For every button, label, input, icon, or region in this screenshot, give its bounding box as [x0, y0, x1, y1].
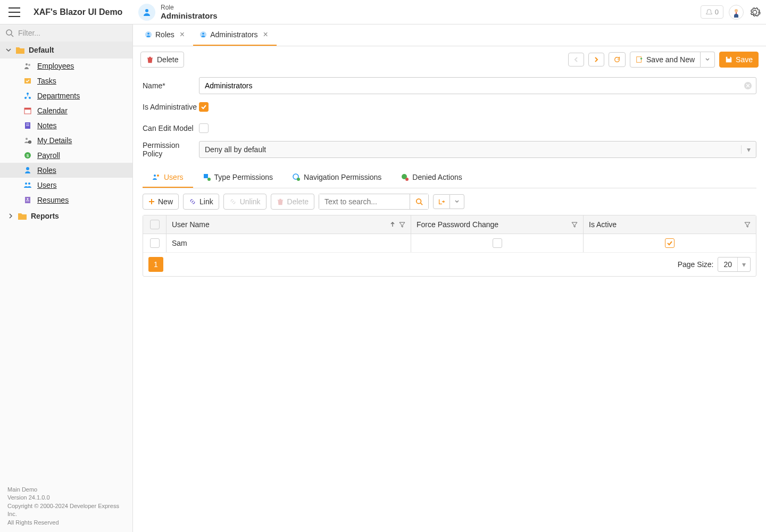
svg-point-25 [27, 198, 29, 200]
svg-point-22 [25, 182, 27, 185]
refresh-icon [613, 56, 621, 63]
unlink-icon [229, 198, 237, 205]
app-title: XAF's Blazor UI Demo [34, 7, 122, 17]
entity-name-label: Administrators [161, 11, 218, 20]
svg-point-0 [145, 9, 148, 12]
grid-search-button[interactable] [410, 194, 428, 209]
tab-close-icon[interactable]: × [261, 30, 270, 39]
tab-roles[interactable]: Roles × [138, 24, 193, 46]
page-size-label: Page Size: [678, 260, 714, 269]
nav-item-mydetails[interactable]: i My Details [0, 133, 132, 148]
role-icon [145, 31, 152, 38]
clear-input-icon[interactable] [744, 81, 752, 90]
svg-point-41 [417, 199, 421, 204]
type-perms-icon [203, 173, 211, 181]
policy-select[interactable]: Deny all by default ▾ [199, 141, 756, 158]
nav-item-notes[interactable]: Notes [0, 118, 132, 133]
notifications-button[interactable]: 0 [701, 5, 723, 19]
nav-filter-input[interactable] [18, 29, 127, 37]
filter-icon[interactable] [571, 221, 578, 228]
save-icon [725, 56, 732, 63]
new-button[interactable]: New [143, 194, 179, 210]
nav-group-default[interactable]: Default [0, 41, 132, 59]
refresh-button[interactable] [609, 52, 626, 67]
svg-point-36 [207, 178, 211, 181]
subtab-type-permissions[interactable]: Type Permissions [193, 168, 282, 188]
settings-gear-icon[interactable] [749, 6, 761, 18]
folder-icon [18, 212, 27, 220]
nav-item-tasks[interactable]: Tasks [0, 73, 132, 88]
nav-item-users[interactable]: Users [0, 178, 132, 193]
next-button[interactable] [588, 53, 604, 66]
grid-search-input[interactable] [319, 194, 410, 209]
subtab-nav-permissions[interactable]: Navigation Permissions [282, 168, 391, 188]
role-icon [138, 4, 155, 21]
name-input[interactable] [199, 77, 756, 94]
cell-username: Sam [172, 239, 187, 247]
filter-icon[interactable] [744, 221, 751, 228]
save-and-new-button[interactable]: Save and New [630, 52, 701, 68]
can-edit-checkbox[interactable] [199, 123, 209, 133]
user-avatar[interactable] [729, 5, 744, 20]
save-button[interactable]: Save [719, 52, 759, 68]
nav-group-reports[interactable]: Reports [0, 207, 132, 225]
plus-icon [148, 198, 155, 205]
nav-item-roles[interactable]: Roles [0, 163, 132, 178]
chevron-left-icon [573, 56, 579, 63]
filter-icon[interactable] [399, 221, 405, 228]
nav-item-departments[interactable]: Departments [0, 88, 132, 103]
svg-point-40 [405, 178, 409, 181]
table-row[interactable]: Sam [143, 234, 756, 253]
export-dropdown[interactable] [450, 194, 464, 209]
users-icon [23, 181, 32, 189]
tab-administrators[interactable]: Administrators × [193, 24, 277, 46]
nav-item-employees[interactable]: Employees [0, 59, 132, 73]
delete-button[interactable]: Delete [140, 52, 184, 68]
svg-text:i: i [29, 140, 30, 144]
page-size-select[interactable]: 20 ▾ [718, 257, 751, 272]
svg-point-3 [6, 30, 12, 35]
save-and-new-button-group: Save and New [630, 52, 715, 68]
svg-point-38 [297, 178, 300, 181]
svg-rect-35 [204, 174, 208, 178]
is-admin-checkbox[interactable] [199, 102, 209, 112]
svg-text:$: $ [27, 153, 29, 158]
svg-point-8 [27, 93, 29, 95]
hamburger-menu[interactable] [9, 7, 20, 17]
users-icon [152, 173, 161, 181]
col-forcepw-header[interactable]: Force Password Change [417, 220, 498, 229]
save-and-new-dropdown[interactable] [701, 52, 715, 68]
nav-item-calendar[interactable]: Calendar [0, 103, 132, 118]
svg-rect-31 [637, 57, 642, 63]
select-all-checkbox[interactable] [150, 220, 160, 229]
departments-icon [23, 92, 32, 100]
search-icon [5, 29, 14, 37]
svg-point-5 [26, 63, 28, 65]
is-admin-label: Is Administrative [143, 103, 199, 111]
role-icon [199, 31, 207, 38]
chevron-down-icon [5, 47, 12, 53]
page-1-button[interactable]: 1 [148, 257, 163, 272]
row-checkbox[interactable] [150, 238, 160, 248]
caret-down-icon [454, 199, 460, 204]
export-button[interactable] [433, 194, 450, 209]
nav-item-resumes[interactable]: Resumes [0, 193, 132, 207]
sort-asc-icon[interactable] [389, 221, 396, 228]
svg-point-34 [157, 174, 159, 177]
svg-point-28 [147, 33, 149, 35]
resumes-icon [23, 196, 32, 204]
force-pw-checkbox[interactable] [493, 238, 502, 248]
nav-item-payroll[interactable]: $ Payroll [0, 148, 132, 163]
save-new-icon [636, 56, 643, 63]
trash-icon [277, 198, 284, 205]
col-username-header[interactable]: User Name [172, 220, 210, 229]
link-button[interactable]: Link [183, 194, 219, 210]
subtab-users[interactable]: Users [143, 168, 193, 188]
entity-type-label: Role [161, 4, 218, 11]
prev-button[interactable] [568, 53, 584, 66]
col-isactive-header[interactable]: Is Active [589, 220, 617, 229]
subtab-denied-actions[interactable]: Denied Actions [391, 168, 471, 188]
is-active-checkbox[interactable] [665, 238, 675, 248]
tab-close-icon[interactable]: × [178, 30, 187, 39]
employees-icon [23, 62, 32, 70]
